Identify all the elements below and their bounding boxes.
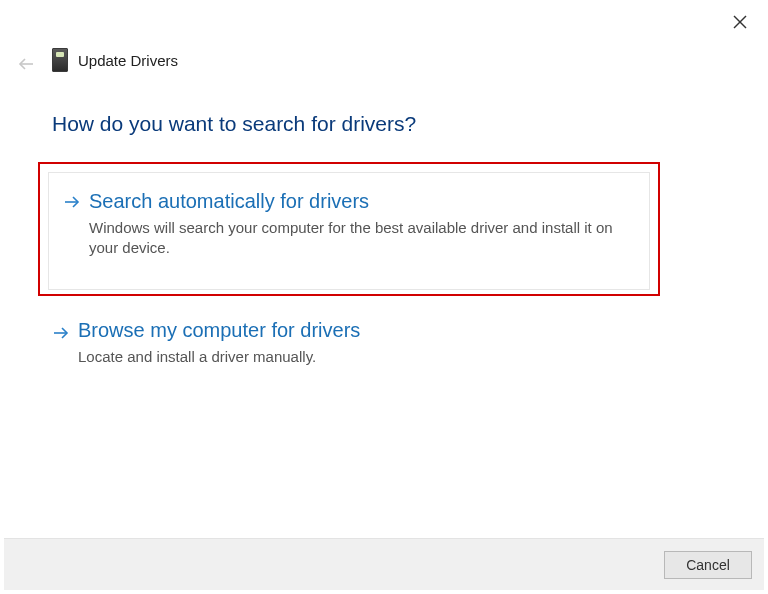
option-title: Browse my computer for drivers: [78, 318, 642, 343]
close-icon: [733, 15, 747, 29]
options-container: Search automatically for drivers Windows…: [38, 162, 660, 375]
option-title: Search automatically for drivers: [89, 189, 631, 214]
dialog-footer: Cancel: [4, 538, 764, 590]
dialog-title: Update Drivers: [78, 52, 178, 69]
highlighted-option-frame: Search automatically for drivers Windows…: [38, 162, 660, 296]
option-browse-computer[interactable]: Browse my computer for drivers Locate an…: [38, 312, 660, 375]
dialog-question: How do you want to search for drivers?: [52, 112, 416, 136]
option-description: Windows will search your computer for th…: [89, 218, 631, 259]
device-icon: [52, 48, 68, 72]
cancel-button[interactable]: Cancel: [664, 551, 752, 579]
option-description: Locate and install a driver manually.: [78, 347, 642, 367]
dialog-header: Update Drivers: [52, 48, 178, 72]
close-button[interactable]: [730, 12, 750, 32]
arrow-left-icon: [18, 57, 34, 71]
option-search-automatically[interactable]: Search automatically for drivers Windows…: [48, 172, 650, 290]
back-button: [16, 54, 36, 74]
arrow-right-icon: [63, 193, 81, 211]
arrow-right-icon: [52, 324, 70, 342]
